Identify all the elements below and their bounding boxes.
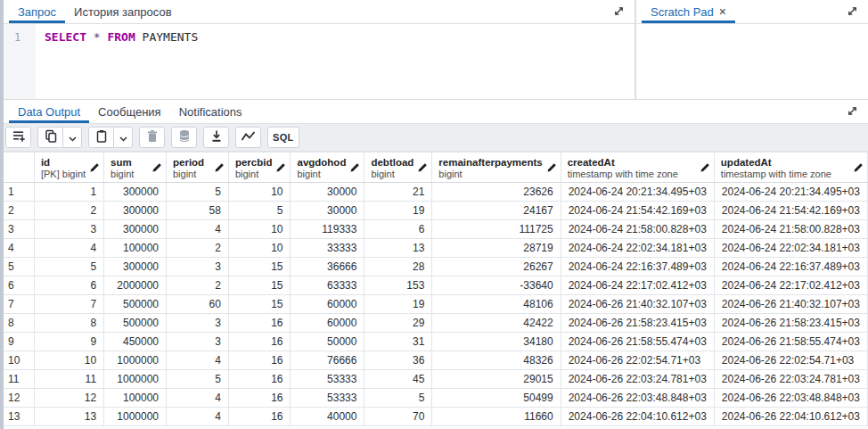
cell-remainafterpayments[interactable]: 42422: [432, 314, 561, 333]
cell-avgdohod[interactable]: 30000: [291, 202, 364, 220]
cell-id[interactable]: 4: [34, 239, 103, 258]
close-icon[interactable]: ×: [719, 5, 726, 18]
cell-updatedAt[interactable]: 2024-06-24 21:54:42.169+03: [714, 202, 867, 220]
column-header-debtload[interactable]: debtloadbigint: [364, 153, 432, 183]
expand-scratch-pad-button[interactable]: [843, 4, 861, 21]
cell-percbid[interactable]: 16: [228, 314, 291, 333]
edit-pencil-icon[interactable]: [275, 162, 286, 176]
cell-updatedAt[interactable]: 2024-06-26 22:02:54.71+03: [714, 351, 867, 370]
cell-updatedAt[interactable]: 2024-06-26 22:04:10.612+03: [714, 408, 867, 426]
cell-debtload[interactable]: 45: [364, 370, 432, 389]
edit-pencil-icon[interactable]: [700, 162, 710, 176]
tab-query-history[interactable]: История запросов: [65, 0, 181, 23]
cell-sum[interactable]: 300000: [104, 202, 167, 220]
cell-debtload[interactable]: 19: [364, 202, 432, 220]
cell-remainafterpayments[interactable]: 28719: [432, 239, 561, 258]
cell-avgdohod[interactable]: 119333: [291, 220, 364, 239]
row-number[interactable]: 2: [1, 202, 35, 220]
cell-id[interactable]: 1: [34, 183, 103, 202]
cell-id[interactable]: 8: [34, 314, 103, 333]
row-number[interactable]: 6: [1, 276, 35, 295]
expand-results-panel-button[interactable]: [843, 103, 861, 121]
sql-button[interactable]: SQL: [267, 127, 299, 148]
cell-createdAt[interactable]: 2024-06-26 21:58:55.474+03: [561, 333, 714, 351]
cell-avgdohod[interactable]: 60000: [291, 295, 364, 314]
edit-pencil-icon[interactable]: [151, 162, 162, 176]
cell-remainafterpayments[interactable]: -33640: [432, 276, 561, 295]
cell-updatedAt[interactable]: 2024-06-24 22:17:02.412+03: [714, 276, 867, 295]
cell-avgdohod[interactable]: 53333: [291, 370, 364, 389]
cell-percbid[interactable]: 16: [228, 370, 291, 389]
cell-avgdohod[interactable]: 63333: [291, 276, 364, 295]
cell-createdAt[interactable]: 2024-06-26 22:02:54.71+03: [561, 351, 714, 370]
cell-id[interactable]: 11: [34, 370, 103, 389]
cell-sum[interactable]: 300000: [104, 258, 167, 276]
cell-createdAt[interactable]: 2024-06-24 20:21:34.495+03: [561, 183, 714, 202]
cell-createdAt[interactable]: 2024-06-26 22:04:10.612+03: [561, 408, 714, 426]
cell-percbid[interactable]: 10: [228, 183, 291, 202]
cell-debtload[interactable]: 70: [364, 408, 432, 426]
cell-percbid[interactable]: 5: [228, 202, 291, 220]
save-data-changes-button[interactable]: [171, 127, 197, 148]
copy-button[interactable]: [37, 127, 63, 148]
cell-percbid[interactable]: 16: [228, 351, 291, 370]
cell-updatedAt[interactable]: 2024-06-26 22:03:24.781+03: [714, 370, 867, 389]
cell-percbid[interactable]: 15: [228, 276, 291, 295]
cell-remainafterpayments[interactable]: 34180: [432, 333, 561, 351]
edit-pencil-icon[interactable]: [214, 162, 225, 176]
cell-debtload[interactable]: 28: [364, 258, 432, 276]
edit-pencil-icon[interactable]: [417, 162, 428, 176]
cell-remainafterpayments[interactable]: 48326: [432, 351, 561, 370]
cell-sum[interactable]: 500000: [104, 295, 167, 314]
cell-sum[interactable]: 100000: [104, 239, 167, 258]
cell-id[interactable]: 10: [34, 351, 103, 370]
cell-updatedAt[interactable]: 2024-06-24 22:16:37.489+03: [714, 258, 867, 276]
cell-percbid[interactable]: 16: [228, 408, 291, 426]
graph-visualiser-button[interactable]: [235, 127, 261, 148]
cell-createdAt[interactable]: 2024-06-26 21:58:23.415+03: [561, 314, 714, 333]
cell-updatedAt[interactable]: 2024-06-24 20:21:34.495+03: [714, 183, 867, 202]
edit-pencil-icon[interactable]: [546, 162, 557, 176]
cell-sum[interactable]: 100000: [104, 389, 167, 408]
cell-period[interactable]: 3: [167, 258, 229, 276]
cell-createdAt[interactable]: 2024-06-24 22:02:34.181+03: [561, 239, 714, 258]
cell-percbid[interactable]: 10: [228, 239, 291, 258]
cell-id[interactable]: 12: [34, 389, 103, 408]
row-number[interactable]: 12: [1, 389, 35, 408]
cell-period[interactable]: 3: [167, 314, 229, 333]
delete-rows-button[interactable]: [139, 127, 165, 148]
cell-createdAt[interactable]: 2024-06-24 21:54:42.169+03: [561, 202, 714, 220]
row-number[interactable]: 1: [1, 183, 35, 202]
cell-sum[interactable]: 1000000: [104, 351, 167, 370]
save-results-to-file-button[interactable]: [203, 127, 229, 148]
cell-createdAt[interactable]: 2024-06-26 21:40:32.107+03: [561, 295, 714, 314]
cell-period[interactable]: 58: [167, 202, 229, 220]
cell-sum[interactable]: 300000: [104, 220, 167, 239]
row-number[interactable]: 9: [1, 333, 35, 351]
cell-createdAt[interactable]: 2024-06-24 22:16:37.489+03: [561, 258, 714, 276]
sql-editor[interactable]: 1 SELECT * FROM PAYMENTS: [4, 24, 635, 99]
cell-percbid[interactable]: 16: [228, 389, 291, 408]
cell-sum[interactable]: 1000000: [104, 370, 167, 389]
column-header-remainafterpayments[interactable]: remainafterpaymentsbigint: [432, 153, 561, 183]
cell-debtload[interactable]: 31: [364, 333, 432, 351]
cell-updatedAt[interactable]: 2024-06-26 22:03:48.848+03: [714, 389, 867, 408]
cell-updatedAt[interactable]: 2024-06-24 22:02:34.181+03: [714, 239, 867, 258]
cell-id[interactable]: 2: [34, 202, 103, 220]
row-number[interactable]: 10: [1, 351, 35, 370]
cell-period[interactable]: 5: [167, 183, 229, 202]
cell-percbid[interactable]: 16: [228, 333, 291, 351]
cell-debtload[interactable]: 21: [364, 183, 432, 202]
cell-period[interactable]: 4: [167, 389, 229, 408]
cell-remainafterpayments[interactable]: 111725: [432, 220, 561, 239]
cell-remainafterpayments[interactable]: 50499: [432, 389, 561, 408]
add-row-button[interactable]: [5, 127, 31, 148]
tab-data-output[interactable]: Data Output: [9, 100, 89, 123]
cell-remainafterpayments[interactable]: 26267: [432, 258, 561, 276]
cell-id[interactable]: 9: [34, 333, 103, 351]
cell-remainafterpayments[interactable]: 48106: [432, 295, 561, 314]
row-number[interactable]: 11: [1, 370, 35, 389]
copy-options-button[interactable]: [62, 127, 82, 148]
row-number[interactable]: 7: [1, 295, 35, 314]
cell-id[interactable]: 3: [34, 220, 103, 239]
